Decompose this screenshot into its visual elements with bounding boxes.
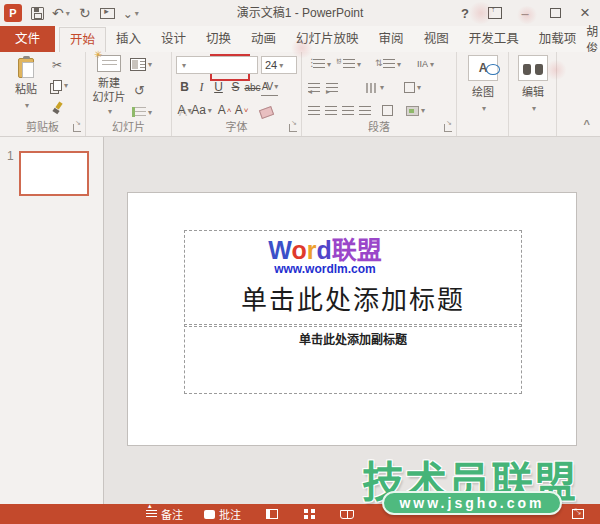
account-area[interactable]: 胡俊 [586, 26, 600, 52]
text-shadow-s-button[interactable]: S [227, 78, 244, 96]
reading-view-icon [340, 510, 354, 519]
decrease-indent-button[interactable] [308, 83, 320, 93]
slide-editor[interactable]: Word联盟 www.wordlm.com 单击此处添加标题 单击此处添加副标题 [127, 192, 577, 446]
editing-box [518, 55, 548, 81]
minimize-icon [521, 6, 528, 21]
align-left-icon [308, 106, 320, 116]
increase-indent-button[interactable] [326, 83, 338, 93]
format-painter-button[interactable] [52, 102, 64, 114]
group-editing: 编辑 [509, 52, 557, 136]
decrease-font-size-button[interactable]: A [233, 101, 250, 119]
maximize-button[interactable] [546, 4, 564, 22]
align-text-icon [404, 82, 415, 93]
align-left-button[interactable] [308, 106, 320, 116]
new-slide-icon [97, 55, 121, 72]
tab-insert[interactable]: 插入 [106, 27, 151, 52]
copy-button[interactable] [50, 80, 68, 91]
ribbon-display-options-button[interactable] [486, 4, 504, 22]
paste-dropdown[interactable] [23, 98, 29, 110]
user-name[interactable]: 胡俊 [586, 22, 600, 56]
slide-layout-button[interactable] [130, 58, 152, 71]
reading-view-button[interactable] [340, 504, 354, 524]
text-direction-button[interactable]: IIA [417, 59, 434, 69]
logo-letter: o [291, 236, 306, 264]
numbering-icon [343, 59, 355, 69]
clipboard-dialog-launcher[interactable] [73, 124, 81, 132]
tab-file[interactable]: 文件 [0, 26, 55, 52]
title-placeholder-text: 单击此处添加标题 [185, 279, 521, 316]
columns-button[interactable] [366, 83, 384, 93]
justify-button[interactable] [359, 106, 371, 116]
tab-animations[interactable]: 动画 [241, 27, 286, 52]
clear-formatting-button[interactable] [258, 101, 275, 119]
slide-thumbnail-1[interactable] [19, 151, 89, 196]
paste-button[interactable]: 粘贴 [8, 55, 44, 110]
bullets-button[interactable] [308, 59, 331, 69]
normal-view-icon [266, 509, 278, 519]
comments-button[interactable]: 批注 [204, 504, 241, 524]
slide-sorter-view-button[interactable] [304, 504, 315, 524]
align-text-button[interactable] [404, 82, 421, 93]
subtitle-placeholder-text: 单击此处添加副标题 [299, 333, 407, 347]
strikethrough-button[interactable]: abc [244, 78, 261, 96]
distribute-button[interactable] [382, 105, 393, 116]
font-size-combo[interactable]: 24 [261, 56, 297, 74]
font-dialog-launcher[interactable] [289, 124, 297, 132]
reset-slide-button[interactable] [134, 83, 145, 98]
wordlm-url: www.wordlm.com [157, 263, 493, 275]
align-right-button[interactable] [342, 106, 354, 116]
font-size-value: 24 [265, 59, 277, 71]
font-group-label: 字体 [172, 118, 301, 134]
tab-transitions[interactable]: 切换 [196, 27, 241, 52]
slides-group-label: 幻灯片 [86, 118, 171, 134]
tab-slideshow[interactable]: 幻灯片放映 [286, 27, 369, 52]
align-right-icon [342, 106, 354, 116]
close-button[interactable] [576, 4, 594, 22]
paragraph-dialog-launcher[interactable] [444, 124, 452, 132]
justify-icon [359, 106, 371, 116]
editing-button[interactable]: 编辑 [517, 55, 549, 113]
editing-dropdown[interactable] [530, 101, 536, 113]
tab-addins[interactable]: 加载项 [529, 27, 587, 52]
logo-letter: r [307, 236, 317, 264]
tab-review[interactable]: 审阅 [369, 27, 414, 52]
tab-view[interactable]: 视图 [414, 27, 459, 52]
new-slide-label-2: 幻灯片 [90, 88, 128, 116]
collapse-ribbon-button[interactable] [584, 118, 590, 130]
align-center-button[interactable] [325, 106, 337, 116]
format-painter-icon [52, 102, 64, 114]
normal-view-button[interactable] [266, 504, 278, 524]
convert-smartart-button[interactable] [406, 106, 425, 116]
italic-button[interactable]: I [193, 78, 210, 96]
line-spacing-button[interactable] [377, 59, 401, 69]
tab-developer[interactable]: 开发工具 [459, 27, 529, 52]
notes-button[interactable]: 备注 [146, 504, 183, 524]
cut-button[interactable] [52, 58, 62, 72]
character-spacing-button[interactable]: AV [261, 78, 278, 96]
numbering-button[interactable] [337, 59, 361, 69]
drawing-dropdown[interactable] [480, 101, 486, 113]
maximize-icon [550, 8, 561, 18]
slide-sorter-icon [304, 509, 315, 519]
bold-button[interactable]: B [176, 78, 193, 96]
ribbon-tab-bar: 文件 开始 插入 设计 切换 动画 幻灯片放映 审阅 视图 开发工具 加载项 胡… [0, 26, 600, 52]
comments-icon [204, 510, 215, 519]
title-placeholder[interactable]: Word联盟 www.wordlm.com 单击此处添加标题 [184, 230, 522, 327]
section-button[interactable] [130, 107, 152, 117]
group-clipboard: 粘贴 剪贴板 [0, 52, 86, 136]
font-name-combo[interactable] [176, 56, 258, 74]
paragraph-group-label: 段落 [302, 118, 456, 134]
minimize-button[interactable] [516, 4, 534, 22]
drawing-button[interactable]: 绘图 [467, 55, 499, 113]
editing-label: 编辑 [522, 83, 544, 99]
logo-letter: d [316, 236, 331, 264]
change-case-button[interactable]: Aa [193, 101, 210, 119]
tab-design[interactable]: 设计 [151, 27, 196, 52]
new-slide-button[interactable]: 新建 幻灯片 [90, 55, 128, 116]
help-button[interactable] [456, 4, 474, 22]
group-paragraph: IIA 段落 [302, 52, 457, 136]
increase-font-size-button[interactable]: A [216, 101, 233, 119]
increase-indent-icon [326, 83, 338, 93]
subtitle-placeholder[interactable]: 单击此处添加副标题 [184, 324, 522, 394]
underline-button[interactable]: U [210, 78, 227, 96]
